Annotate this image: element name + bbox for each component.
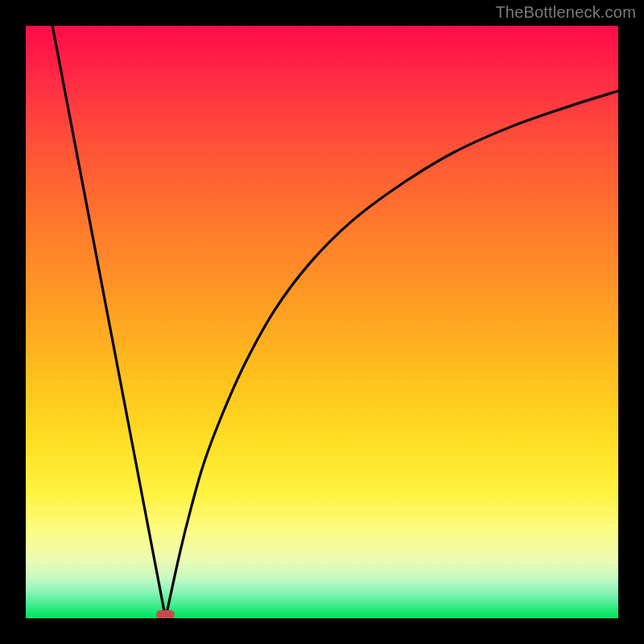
curve-path bbox=[52, 26, 618, 618]
optimal-marker bbox=[156, 610, 175, 618]
chart-frame: TheBottleneck.com bbox=[0, 0, 644, 644]
watermark-text: TheBottleneck.com bbox=[495, 3, 636, 22]
plot-area bbox=[26, 26, 618, 618]
bottleneck-curve bbox=[26, 26, 618, 618]
